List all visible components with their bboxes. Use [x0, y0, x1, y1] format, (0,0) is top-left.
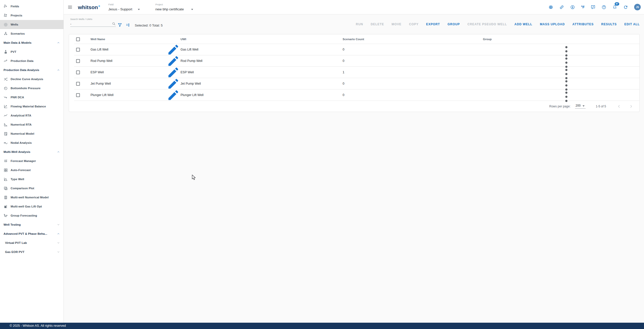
scenario-count: 0 [343, 48, 483, 51]
edit-all-button[interactable]: EDIT ALL [624, 21, 640, 27]
sidebar-section-advanced-pvt-phase-beha[interactable]: Advanced PVT & Phase Beha... [0, 229, 63, 238]
sidebar-item-label: PNR DCA [11, 96, 24, 99]
sidebar-item-pnr-dca[interactable]: PNR DCA [0, 93, 63, 102]
sidebar-subsection-gas-eor-pvt[interactable]: Gas EOR PVT [0, 247, 63, 256]
sidebar-item-multi-well-gas-lift-opt[interactable]: Multi-well Gas Lift Opt [0, 202, 63, 211]
create-pseudo-well-button[interactable]: CREATE PSEUDO WELL [468, 21, 507, 27]
sidebar-subsection-virtual-pvt-lab[interactable]: Virtual PVT Lab [0, 238, 63, 247]
scenario-count: 0 [343, 82, 483, 85]
globe-icon[interactable] [548, 5, 553, 10]
sidebar-item-type-well[interactable]: Type Well [0, 175, 63, 184]
sidebar-section-label: Gas EOR PVT [5, 250, 25, 253]
feedback-icon[interactable] [591, 5, 595, 10]
avatar[interactable]: JS [634, 4, 641, 10]
scenario-count: 1 [343, 70, 483, 74]
kebab-menu-icon[interactable] [559, 89, 574, 104]
link-icon[interactable] [559, 5, 564, 10]
sidebar-item-group-forecasting[interactable]: Group Forecasting [0, 211, 63, 220]
sidebar-item-label: Decline Curve Analysis [11, 78, 43, 81]
export-button[interactable]: EXPORT [426, 21, 440, 27]
chevron-up-icon [57, 232, 60, 236]
chevron-up-icon [57, 150, 60, 154]
run-button[interactable]: RUN [356, 21, 363, 27]
sidebar-item-scenarios[interactable]: Scenarios [0, 29, 63, 38]
download-icon[interactable] [570, 5, 575, 10]
table-row: Rod Pump Well Rod Pump Well 0 [74, 55, 639, 66]
group-button[interactable]: GROUP [448, 21, 460, 27]
project-select[interactable]: Project new bhp certificate [156, 3, 195, 11]
sidebar-item-fields[interactable]: Fields [0, 2, 63, 11]
table-row: Plunger Lift Well Plunger Lift Well 0 [74, 89, 639, 101]
sidebar-item-forecast-manager[interactable]: Forecast Manager [0, 156, 63, 166]
sidebar-item-label: Bottomhole Pressure [11, 87, 40, 90]
field-select[interactable]: Field Jesus - Support [108, 3, 141, 11]
sidebar-item-nodal-analysis[interactable]: Nodal Analysis [0, 138, 63, 147]
delete-button[interactable]: DELETE [371, 21, 384, 27]
sidebar-item-bottomhole-pressure[interactable]: Bottomhole Pressure [0, 84, 63, 93]
app-logo[interactable]: whitson+ [78, 4, 100, 10]
row-checkbox[interactable] [76, 93, 80, 97]
chevron-up-icon [57, 41, 60, 44]
results-button[interactable]: RESULTS [601, 21, 617, 27]
sidebar-item-comparison-plot[interactable]: Comparison Plot [0, 184, 63, 193]
mw-numerical-model-icon [4, 195, 8, 200]
column-header-group[interactable]: Group [483, 38, 559, 41]
table-body: Gas Lift Well Gas Lift Well 0 Rod Pump W… [74, 44, 639, 101]
sidebar-item-wells[interactable]: Wells [0, 20, 63, 29]
well-uwi: Plunger Lift Well [181, 93, 343, 97]
caret-down-icon [138, 9, 140, 10]
sidebar-item-analytical-rta[interactable]: Analytical RTA [0, 111, 63, 120]
refresh-icon[interactable] [623, 5, 628, 10]
row-checkbox[interactable] [76, 70, 80, 74]
move-button[interactable]: MOVE [392, 21, 402, 27]
help-icon[interactable] [602, 5, 606, 10]
sidebar-item-numerical-rta[interactable]: Numerical RTA [0, 120, 63, 129]
sidebar-section-well-testing[interactable]: Well Testing [0, 220, 63, 229]
sidebar-section-label: Well Testing [4, 223, 21, 226]
sidebar-section-production-data-analysis[interactable]: Production Data Analysis [0, 65, 63, 75]
sidebar-item-numerical-model[interactable]: Numerical Model [0, 129, 63, 138]
column-header-well-name[interactable]: Well Name [91, 38, 166, 41]
well-name: Plunger Lift Well [91, 93, 166, 97]
sidebar-item-decline-curve-analysis[interactable]: Decline Curve Analysis [0, 75, 63, 84]
wells-icon [4, 22, 8, 27]
row-checkbox[interactable] [76, 48, 80, 52]
attributes-button[interactable]: ATTRIBUTES [572, 21, 594, 27]
wells-table-card: Well Name UWI Scenario Count Group Gas L… [69, 34, 640, 112]
edit-pencil-icon[interactable] [166, 88, 181, 102]
notifications-icon[interactable]: 87 [612, 5, 617, 10]
field-value: Jesus - Support [108, 7, 132, 11]
search-input[interactable]: Search Wells / UWIs - [70, 18, 116, 27]
sidebar-item-label: Numerical Model [11, 132, 34, 135]
sidebar-item-label: Analytical RTA [11, 114, 31, 117]
nodal-icon [4, 141, 8, 145]
copy-button[interactable]: COPY [409, 21, 419, 27]
column-header-uwi[interactable]: UWI [181, 38, 343, 41]
select-all-checkbox[interactable] [76, 37, 80, 41]
sidebar-item-auto-forecast[interactable]: Auto-Forecast [0, 166, 63, 175]
row-checkbox[interactable] [76, 82, 80, 86]
sidebar-item-projects[interactable]: Projects [0, 11, 63, 20]
rows-per-page-select[interactable]: 200 [575, 104, 586, 109]
row-checkbox[interactable] [76, 59, 80, 63]
sidebar-item-production-data[interactable]: Production Data [0, 56, 63, 65]
sort-icon[interactable] [126, 23, 130, 27]
column-header-scenario-count[interactable]: Scenario Count [343, 38, 483, 41]
sidebar-section-label: Advanced PVT & Phase Beha... [4, 232, 47, 235]
next-page-button[interactable] [629, 104, 633, 109]
add-well-button[interactable]: ADD WELL [515, 21, 532, 27]
sidebar-item-pvt[interactable]: PVT [0, 47, 63, 56]
rows-per-page-value: 200 [575, 104, 581, 107]
sidebar-item-flowing-material-balance[interactable]: Flowing Material Balance [0, 102, 63, 111]
mass-upload-button[interactable]: MASS UPLOAD [540, 21, 565, 27]
sidebar-item-label: Forecast Manager [11, 159, 36, 162]
sidebar-item-label: Group Forecasting [11, 214, 37, 217]
fahrenheit-icon[interactable]: °F [581, 5, 585, 10]
filter-icon[interactable] [118, 23, 122, 27]
menu-icon[interactable] [68, 5, 73, 10]
sidebar-section-main-data-models[interactable]: Main Data & Models [0, 38, 63, 47]
pagination-bar: Rows per page: 200 1-5 of 5 [74, 101, 639, 112]
sidebar-section-multi-well-analysis[interactable]: Multi-Well Analysis [0, 147, 63, 156]
previous-page-button[interactable] [617, 104, 621, 109]
sidebar-item-multi-well-numerical-model[interactable]: Multi-well Numerical Model [0, 193, 63, 202]
